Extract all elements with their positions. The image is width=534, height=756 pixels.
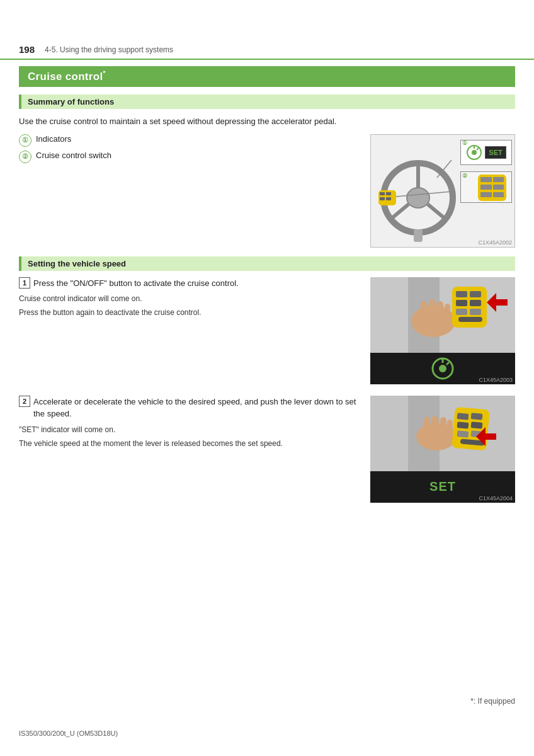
step-2-sub-1: "SET" indicator will come on. xyxy=(19,424,360,435)
svg-rect-21 xyxy=(421,301,427,315)
step-2-diagram-box: SET C1X45A2004 xyxy=(370,396,515,503)
svg-rect-47 xyxy=(457,413,469,420)
page-footer: IS350/300/200t_U (OM53D18U) xyxy=(19,730,118,737)
step-2-diagram-bottom: SET C1X45A2004 xyxy=(370,471,515,503)
step-1-diagram: C1X45A2003 xyxy=(370,277,515,384)
svg-rect-7 xyxy=(380,192,385,195)
svg-rect-8 xyxy=(386,192,391,195)
step-1-header: 1 Press the "ON/OFF" button to activate … xyxy=(19,277,360,290)
summary-diagram: ① SET xyxy=(370,134,515,248)
svg-point-35 xyxy=(439,365,446,372)
step-2-layout: 2 Accelerate or decelerate the vehicle t… xyxy=(19,396,515,503)
svg-rect-22 xyxy=(429,299,435,315)
svg-rect-32 xyxy=(458,317,482,322)
set-text: SET xyxy=(429,479,456,494)
subsection-title-summary: Summary of functions xyxy=(19,94,515,109)
step-2-main-text: Accelerate or decelerate the vehicle to … xyxy=(33,396,360,420)
step-1-sub-2: Press the button again to deactivate the… xyxy=(19,307,360,318)
step-2-diagram: SET C1X45A2004 xyxy=(370,396,515,503)
switch-device xyxy=(478,175,506,201)
callout-1-num: ① xyxy=(462,140,467,146)
step-2-left: 2 Accelerate or decelerate the vehicle t… xyxy=(19,396,360,452)
svg-line-37 xyxy=(446,362,449,365)
steering-wheel-illustration xyxy=(377,141,459,242)
step-1-main-text: Press the "ON/OFF" button to activate th… xyxy=(33,277,239,290)
step-1-diagram-top xyxy=(370,277,515,353)
main-section-title: Cruise control* xyxy=(19,66,515,87)
page-wrapper: 198 4-5. Using the driving support syste… xyxy=(0,0,534,756)
svg-rect-23 xyxy=(437,301,443,315)
svg-rect-5 xyxy=(414,229,423,242)
step-1-left: 1 Press the "ON/OFF" button to activate … xyxy=(19,277,360,321)
page-header-title: 4-5. Using the driving support systems xyxy=(45,45,173,54)
step-2-diagram-code: C1X45A2004 xyxy=(479,495,513,501)
step-2-illustration xyxy=(370,396,515,471)
summary-layout: ① Indicators ② Cruise control switch xyxy=(19,134,515,248)
svg-rect-28 xyxy=(456,300,467,306)
set-indicator-label: SET xyxy=(485,146,506,159)
callout-2-num: ② xyxy=(462,173,467,179)
svg-rect-44 xyxy=(440,417,446,430)
callout-1-content: SET xyxy=(461,140,511,164)
diagram-code-summary: C1X45A2002 xyxy=(478,239,512,246)
step-2-number: 2 xyxy=(19,396,30,407)
step-1-number: 1 xyxy=(19,277,30,289)
step-1-diagram-box: C1X45A2003 xyxy=(370,277,515,384)
svg-rect-48 xyxy=(471,413,483,420)
cruise-icon xyxy=(466,144,482,161)
svg-point-1 xyxy=(407,188,429,208)
page-content: Cruise control* Summary of functions Use… xyxy=(0,66,534,503)
indicator-label-1: Indicators xyxy=(36,134,71,144)
svg-rect-10 xyxy=(386,197,391,200)
svg-rect-26 xyxy=(456,291,467,297)
svg-rect-9 xyxy=(380,197,385,200)
footnote: *: If equipped xyxy=(470,697,515,706)
step-1-diagram-code: C1X45A2003 xyxy=(479,377,513,383)
indicator-num-1: ① xyxy=(19,134,31,147)
step-2-header: 2 Accelerate or decelerate the vehicle t… xyxy=(19,396,360,420)
svg-rect-29 xyxy=(470,300,481,306)
step-2-sub-2: The vehicle speed at the moment the leve… xyxy=(19,438,360,449)
step-1-layout: 1 Press the "ON/OFF" button to activate … xyxy=(19,277,515,384)
step-1-diagram-bottom: C1X45A2003 xyxy=(370,353,515,384)
step-2-diagram-top xyxy=(370,396,515,471)
summary-left: ① Indicators ② Cruise control switch xyxy=(19,134,360,167)
indicator-item-2: ② Cruise control switch xyxy=(19,151,360,163)
svg-rect-51 xyxy=(457,430,469,438)
page-header: 198 4-5. Using the driving support syste… xyxy=(0,38,534,60)
callout-2: ② xyxy=(460,171,512,203)
svg-rect-31 xyxy=(470,309,481,315)
indicator-num-2: ② xyxy=(19,151,31,163)
svg-rect-50 xyxy=(471,421,483,429)
svg-rect-45 xyxy=(447,420,453,430)
indicator-label-2: Cruise control switch xyxy=(36,151,111,160)
svg-point-14 xyxy=(472,150,477,155)
svg-rect-30 xyxy=(456,309,467,315)
svg-rect-43 xyxy=(432,416,438,430)
indicator-item-1: ① Indicators xyxy=(19,134,360,147)
svg-line-3 xyxy=(390,204,409,220)
intro-text: Use the cruise control to maintain a set… xyxy=(19,115,515,128)
page-number: 198 xyxy=(19,44,35,55)
svg-rect-41 xyxy=(421,427,452,445)
step-1-cruise-icon xyxy=(430,356,455,381)
svg-line-16 xyxy=(477,148,479,150)
callout-1: ① SET xyxy=(460,140,512,165)
step-1-illustration xyxy=(370,277,515,353)
svg-rect-27 xyxy=(470,291,481,297)
svg-line-4 xyxy=(428,204,446,220)
summary-diagram-box: ① SET xyxy=(370,134,515,248)
svg-rect-42 xyxy=(424,417,430,430)
step-1-sub-1: Cruise control indicator will come on. xyxy=(19,293,360,304)
svg-rect-49 xyxy=(457,421,469,429)
svg-rect-24 xyxy=(445,304,450,315)
subsection-title-speed: Setting the vehicle speed xyxy=(19,256,515,271)
